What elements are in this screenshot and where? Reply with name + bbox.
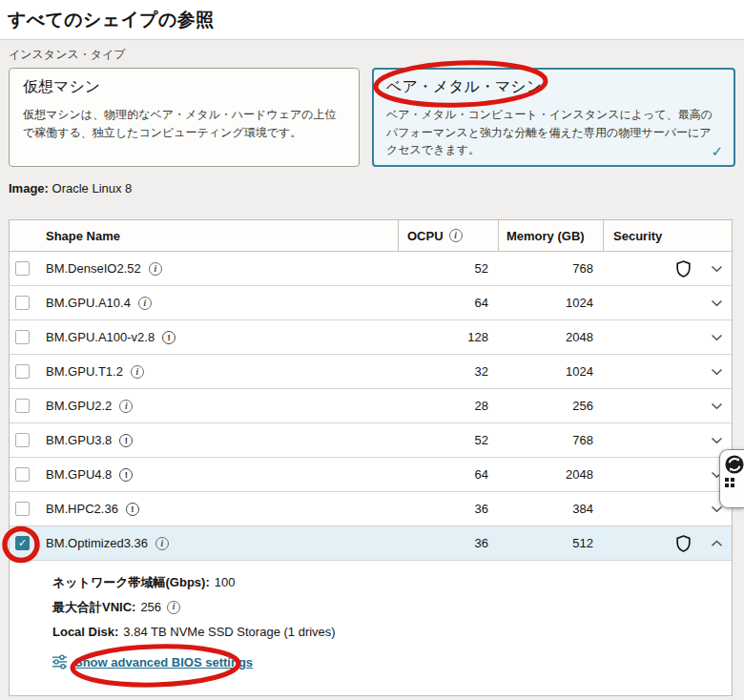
row-checkbox[interactable] [15,467,30,482]
exclamation-icon[interactable]: ! [162,331,176,344]
shape-name: BM.GPU3.8 [46,433,112,447]
shield-slot-empty [676,329,692,346]
detail-line: ネットワーク帯域幅(Gbps):100 [52,574,732,590]
chevron-down-icon[interactable] [711,437,723,444]
ocpu-value: 52 [399,261,499,276]
table-row[interactable]: BM.GPU3.8!52768 [10,423,732,458]
row-checkbox[interactable] [15,261,30,276]
table-row[interactable]: ✓BM.Optimized3.36i36512 [10,526,732,561]
shape-name: BM.GPU.A100-v2.8 [46,330,155,344]
info-icon[interactable]: i [167,601,180,614]
memory-value: 1024 [499,364,604,379]
column-ocpu: OCPU i [399,220,499,251]
image-label: Image: [9,181,49,196]
rotate-arrows-icon[interactable] [725,455,744,474]
shield-slot-empty [676,363,692,381]
shield-slot-empty [676,398,692,415]
table-row[interactable]: BM.HPC2.36!36384 [10,492,732,526]
shape-name: BM.HPC2.36 [46,502,118,516]
table-row[interactable]: BM.GPU2.2i28256 [10,389,732,423]
column-memory: Memory (GB) [499,220,604,251]
ocpu-value: 64 [399,296,499,310]
exclamation-icon[interactable]: ! [119,434,133,447]
page-title: すべてのシェイプの参照 [8,8,744,32]
detail-line: Local Disk:3.84 TB NVMe SSD Storage (1 d… [52,624,732,640]
chevron-down-icon[interactable] [711,368,723,376]
card-title: ベア・メタル・マシン [386,77,721,97]
info-icon[interactable]: i [155,537,169,550]
memory-value: 1024 [499,296,604,310]
shape-details-panel: ネットワーク帯域幅(Gbps):100最大合計VNIC:256iLocal Di… [10,561,732,695]
chevron-down-icon[interactable] [711,265,723,273]
checkmark-icon: ✓ [711,143,723,160]
shape-name: BM.DenseIO2.52 [46,261,141,276]
detail-value: 3.84 TB NVMe SSD Storage (1 drives) [123,624,335,640]
row-checkbox[interactable] [15,399,30,413]
column-shape-name: Shape Name [10,220,399,251]
ocpu-value: 64 [399,467,499,482]
memory-value: 384 [499,502,604,516]
shield-icon [676,260,692,278]
ocpu-value: 28 [399,399,499,413]
row-checkbox[interactable] [15,364,30,379]
row-checkbox[interactable] [15,502,30,516]
table-row[interactable]: BM.GPU.A100-v2.8!1282048 [10,320,732,355]
table-row[interactable]: BM.GPU4.8!642048 [10,458,732,492]
shield-slot-empty [676,466,692,484]
card-description: 仮想マシンは、物理的なベア・メタル・ハードウェアの上位で稼働する、独立したコンピ… [23,106,345,141]
detail-label: ネットワーク帯域幅(Gbps): [52,574,210,590]
sliders-icon [52,654,68,669]
shield-icon [676,535,692,552]
instance-type-cards: 仮想マシン 仮想マシンは、物理的なベア・メタル・ハードウェアの上位で稼働する、独… [9,68,744,167]
shape-name: BM.GPU4.8 [46,467,112,482]
ocpu-value: 52 [399,433,499,447]
card-bare-metal-machine[interactable]: ベア・メタル・マシン ベア・メタル・コンピュート・インスタンスによって、最高のパ… [372,68,735,167]
detail-value: 256 [140,599,161,615]
chevron-up-icon[interactable] [711,540,723,547]
info-icon[interactable]: i [449,229,463,242]
column-security: Security [604,220,732,251]
memory-value: 768 [499,433,604,447]
card-virtual-machine[interactable]: 仮想マシン 仮想マシンは、物理的なベア・メタル・ハードウェアの上位で稼働する、独… [9,68,360,167]
table-row[interactable]: BM.GPU.T1.2i321024 [10,355,732,389]
ocpu-value: 32 [399,364,499,379]
info-icon[interactable]: i [131,365,144,379]
chevron-down-icon[interactable] [711,402,723,410]
show-advanced-bios-link[interactable]: Show advanced BIOS settings [74,655,253,669]
image-value: Oracle Linux 8 [52,181,133,196]
memory-value: 512 [499,536,604,550]
chevron-down-icon[interactable] [711,334,723,341]
capture-tool-widget[interactable] [719,449,744,508]
ocpu-value: 36 [399,536,499,550]
detail-line: 最大合計VNIC:256i [52,599,732,615]
ocpu-value: 36 [399,502,499,516]
shape-name: BM.GPU.A10.4 [46,296,131,310]
detail-label: 最大合計VNIC: [52,599,135,615]
shield-slot-empty [676,432,692,449]
info-icon[interactable]: i [138,297,152,310]
memory-value: 2048 [499,330,604,344]
memory-value: 256 [499,399,604,413]
memory-value: 2048 [499,467,604,482]
table-row[interactable]: BM.DenseIO2.52i52768 [10,252,732,286]
row-checkbox[interactable] [15,433,30,447]
card-description: ベア・メタル・コンピュート・インスタンスによって、最高のパフォーマンスと強力な分… [386,106,721,159]
row-checkbox[interactable] [15,330,30,344]
row-checkbox[interactable]: ✓ [15,536,30,550]
memory-value: 768 [499,261,604,276]
table-row[interactable]: BM.GPU.A10.4i641024 [10,286,732,320]
shapes-table: Shape Name OCPU i Memory (GB) Security B… [9,219,733,696]
info-icon[interactable]: i [149,262,162,276]
advanced-bios-row: Show advanced BIOS settings [52,654,732,669]
shape-name: BM.GPU.T1.2 [46,364,123,379]
exclamation-icon[interactable]: ! [126,503,139,516]
info-icon[interactable]: i [119,400,133,413]
drag-handle-icon[interactable] [725,478,734,487]
exclamation-icon[interactable]: ! [119,468,133,482]
shape-name: BM.GPU2.2 [46,399,112,413]
page-header: すべてのシェイプの参照 [0,0,744,40]
table-header: Shape Name OCPU i Memory (GB) Security [10,220,732,252]
chevron-down-icon[interactable] [711,299,723,307]
shield-slot-empty [676,295,692,312]
row-checkbox[interactable] [15,296,30,310]
